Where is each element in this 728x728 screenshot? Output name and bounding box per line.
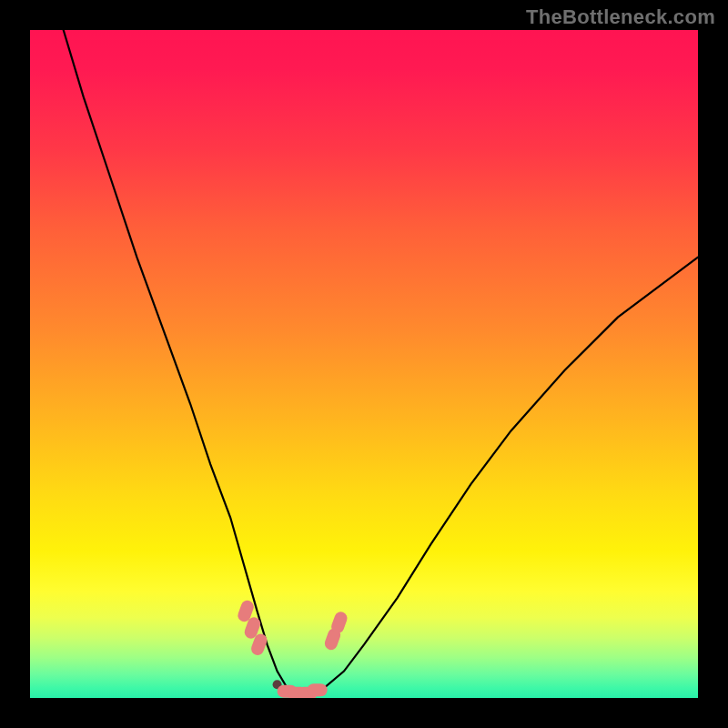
chart-frame: TheBottleneck.com [0, 0, 728, 728]
marker-layer [236, 599, 349, 698]
curve-layer [30, 30, 698, 698]
bottleneck-curve [64, 30, 698, 694]
plot-area [30, 30, 698, 698]
curve-marker [308, 683, 328, 696]
watermark-text: TheBottleneck.com [526, 5, 715, 29]
